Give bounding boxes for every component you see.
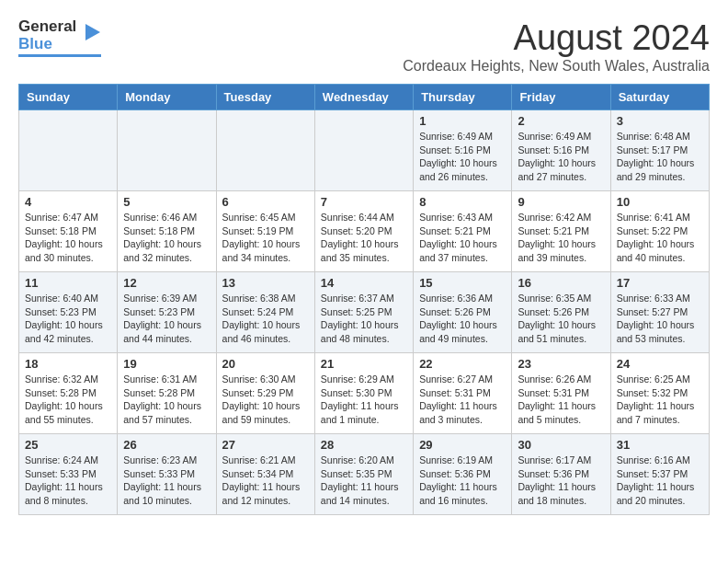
day-number: 26	[123, 438, 210, 452]
day-number: 30	[518, 438, 604, 452]
calendar-cell: 30Sunrise: 6:17 AMSunset: 5:36 PMDayligh…	[512, 434, 610, 515]
day-number: 31	[617, 438, 703, 452]
day-number: 19	[123, 357, 210, 371]
logo-underline	[18, 54, 101, 57]
calendar-header-row: SundayMondayTuesdayWednesdayThursdayFrid…	[19, 85, 710, 110]
logo-line2: Blue	[18, 36, 76, 53]
day-number: 22	[419, 357, 506, 371]
cell-info: Sunrise: 6:45 AMSunset: 5:19 PMDaylight:…	[222, 211, 309, 265]
day-number: 27	[222, 438, 309, 452]
calendar-week-1: 1Sunrise: 6:49 AMSunset: 5:16 PMDaylight…	[19, 110, 710, 191]
calendar-cell: 23Sunrise: 6:26 AMSunset: 5:31 PMDayligh…	[512, 353, 610, 434]
calendar-cell	[118, 110, 216, 191]
calendar-week-4: 18Sunrise: 6:32 AMSunset: 5:28 PMDayligh…	[19, 353, 710, 434]
calendar-cell: 12Sunrise: 6:39 AMSunset: 5:23 PMDayligh…	[118, 272, 216, 353]
cell-info: Sunrise: 6:23 AMSunset: 5:33 PMDaylight:…	[123, 454, 210, 508]
cell-info: Sunrise: 6:41 AMSunset: 5:22 PMDaylight:…	[617, 211, 703, 265]
day-number: 2	[518, 114, 604, 128]
calendar-cell: 14Sunrise: 6:37 AMSunset: 5:25 PMDayligh…	[314, 272, 413, 353]
cell-info: Sunrise: 6:35 AMSunset: 5:26 PMDaylight:…	[518, 292, 604, 346]
page-subtitle: Cordeaux Heights, New South Wales, Austr…	[403, 58, 710, 75]
day-number: 5	[123, 195, 210, 209]
cell-info: Sunrise: 6:17 AMSunset: 5:36 PMDaylight:…	[518, 454, 604, 508]
calendar-cell: 6Sunrise: 6:45 AMSunset: 5:19 PMDaylight…	[216, 191, 314, 272]
cell-info: Sunrise: 6:48 AMSunset: 5:17 PMDaylight:…	[617, 130, 703, 184]
day-number: 24	[617, 357, 703, 371]
calendar-cell: 16Sunrise: 6:35 AMSunset: 5:26 PMDayligh…	[512, 272, 610, 353]
cell-info: Sunrise: 6:44 AMSunset: 5:20 PMDaylight:…	[321, 211, 407, 265]
day-number: 8	[419, 195, 506, 209]
header-thursday: Thursday	[414, 85, 512, 110]
calendar-cell: 21Sunrise: 6:29 AMSunset: 5:30 PMDayligh…	[314, 353, 413, 434]
day-number: 15	[419, 276, 506, 290]
calendar-table: SundayMondayTuesdayWednesdayThursdayFrid…	[18, 84, 710, 515]
calendar-cell: 19Sunrise: 6:31 AMSunset: 5:28 PMDayligh…	[118, 353, 216, 434]
cell-info: Sunrise: 6:27 AMSunset: 5:31 PMDaylight:…	[419, 373, 506, 427]
calendar-cell: 10Sunrise: 6:41 AMSunset: 5:22 PMDayligh…	[610, 191, 709, 272]
day-number: 28	[321, 438, 407, 452]
svg-marker-0	[85, 24, 100, 40]
calendar-cell: 24Sunrise: 6:25 AMSunset: 5:32 PMDayligh…	[610, 353, 709, 434]
cell-info: Sunrise: 6:30 AMSunset: 5:29 PMDaylight:…	[222, 373, 309, 427]
day-number: 16	[518, 276, 604, 290]
calendar-cell: 27Sunrise: 6:21 AMSunset: 5:34 PMDayligh…	[216, 434, 314, 515]
calendar-cell: 31Sunrise: 6:16 AMSunset: 5:37 PMDayligh…	[610, 434, 709, 515]
day-number: 17	[617, 276, 703, 290]
cell-info: Sunrise: 6:46 AMSunset: 5:18 PMDaylight:…	[123, 211, 210, 265]
calendar-cell: 1Sunrise: 6:49 AMSunset: 5:16 PMDaylight…	[414, 110, 512, 191]
calendar-cell: 18Sunrise: 6:32 AMSunset: 5:28 PMDayligh…	[19, 353, 118, 434]
cell-info: Sunrise: 6:21 AMSunset: 5:34 PMDaylight:…	[222, 454, 309, 508]
day-number: 10	[617, 195, 703, 209]
calendar-cell	[19, 110, 118, 191]
day-number: 11	[25, 276, 111, 290]
cell-info: Sunrise: 6:42 AMSunset: 5:21 PMDaylight:…	[518, 211, 604, 265]
calendar-cell: 2Sunrise: 6:49 AMSunset: 5:16 PMDaylight…	[512, 110, 610, 191]
cell-info: Sunrise: 6:25 AMSunset: 5:32 PMDaylight:…	[617, 373, 703, 427]
header-tuesday: Tuesday	[216, 85, 314, 110]
calendar-cell: 7Sunrise: 6:44 AMSunset: 5:20 PMDaylight…	[314, 191, 413, 272]
day-number: 12	[123, 276, 210, 290]
calendar-cell: 11Sunrise: 6:40 AMSunset: 5:23 PMDayligh…	[19, 272, 118, 353]
day-number: 14	[321, 276, 407, 290]
cell-info: Sunrise: 6:29 AMSunset: 5:30 PMDaylight:…	[321, 373, 407, 427]
calendar-cell: 25Sunrise: 6:24 AMSunset: 5:33 PMDayligh…	[19, 434, 118, 515]
logo-line1: General	[18, 18, 76, 36]
title-section: August 2024 Cordeaux Heights, New South …	[403, 18, 710, 75]
day-number: 13	[222, 276, 309, 290]
logo: General Blue	[18, 18, 102, 57]
cell-info: Sunrise: 6:49 AMSunset: 5:16 PMDaylight:…	[419, 130, 506, 184]
header-sunday: Sunday	[19, 85, 118, 110]
cell-info: Sunrise: 6:37 AMSunset: 5:25 PMDaylight:…	[321, 292, 407, 346]
day-number: 20	[222, 357, 309, 371]
calendar-body: 1Sunrise: 6:49 AMSunset: 5:16 PMDaylight…	[19, 110, 710, 515]
cell-info: Sunrise: 6:40 AMSunset: 5:23 PMDaylight:…	[25, 292, 111, 346]
calendar-cell: 15Sunrise: 6:36 AMSunset: 5:26 PMDayligh…	[414, 272, 512, 353]
day-number: 21	[321, 357, 407, 371]
page-title: August 2024	[403, 18, 710, 58]
calendar-cell	[216, 110, 314, 191]
cell-info: Sunrise: 6:38 AMSunset: 5:24 PMDaylight:…	[222, 292, 309, 346]
header-wednesday: Wednesday	[314, 85, 413, 110]
logo-icon	[82, 22, 102, 42]
calendar-cell: 8Sunrise: 6:43 AMSunset: 5:21 PMDaylight…	[414, 191, 512, 272]
cell-info: Sunrise: 6:19 AMSunset: 5:36 PMDaylight:…	[419, 454, 506, 508]
day-number: 7	[321, 195, 407, 209]
calendar-cell: 28Sunrise: 6:20 AMSunset: 5:35 PMDayligh…	[314, 434, 413, 515]
cell-info: Sunrise: 6:43 AMSunset: 5:21 PMDaylight:…	[419, 211, 506, 265]
day-number: 9	[518, 195, 604, 209]
calendar-week-3: 11Sunrise: 6:40 AMSunset: 5:23 PMDayligh…	[19, 272, 710, 353]
page-header: General Blue August 2024 Cordeaux Height…	[18, 18, 710, 75]
cell-info: Sunrise: 6:16 AMSunset: 5:37 PMDaylight:…	[617, 454, 703, 508]
cell-info: Sunrise: 6:32 AMSunset: 5:28 PMDaylight:…	[25, 373, 111, 427]
calendar-week-2: 4Sunrise: 6:47 AMSunset: 5:18 PMDaylight…	[19, 191, 710, 272]
cell-info: Sunrise: 6:47 AMSunset: 5:18 PMDaylight:…	[25, 211, 111, 265]
calendar-cell: 20Sunrise: 6:30 AMSunset: 5:29 PMDayligh…	[216, 353, 314, 434]
cell-info: Sunrise: 6:26 AMSunset: 5:31 PMDaylight:…	[518, 373, 604, 427]
cell-info: Sunrise: 6:39 AMSunset: 5:23 PMDaylight:…	[123, 292, 210, 346]
day-number: 25	[25, 438, 111, 452]
calendar-cell: 13Sunrise: 6:38 AMSunset: 5:24 PMDayligh…	[216, 272, 314, 353]
day-number: 4	[25, 195, 111, 209]
header-monday: Monday	[118, 85, 216, 110]
day-number: 23	[518, 357, 604, 371]
calendar-cell	[314, 110, 413, 191]
